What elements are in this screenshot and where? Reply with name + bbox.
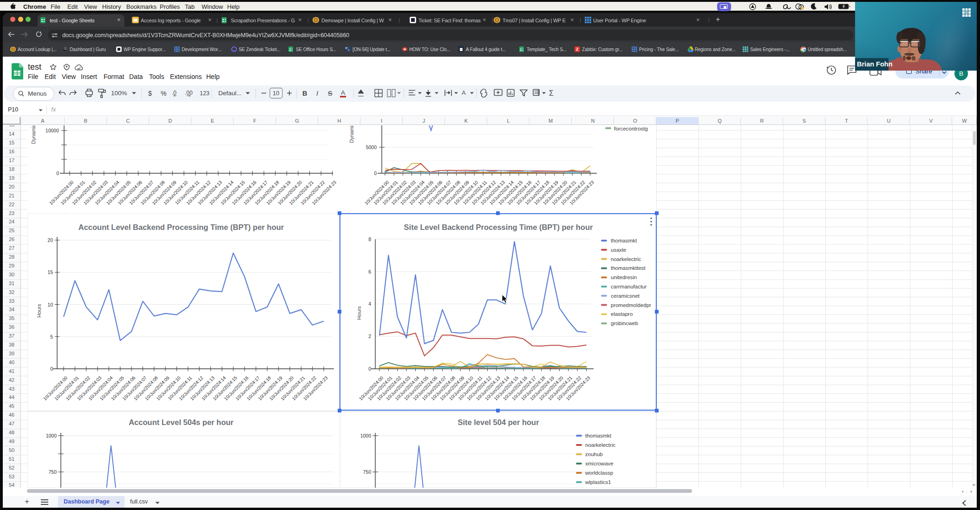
svg-text:10000: 10000 bbox=[46, 128, 59, 133]
svg-text:20: 20 bbox=[47, 237, 53, 243]
svg-text:Site level 504 per hour: Site level 504 per hour bbox=[457, 418, 539, 426]
svg-text:Dynamic: Dynamic bbox=[31, 125, 36, 144]
svg-text:Hours: Hours bbox=[36, 304, 42, 318]
svg-text:S: S bbox=[328, 90, 332, 97]
svg-text:10: 10 bbox=[273, 90, 279, 97]
svg-text:1000: 1000 bbox=[46, 433, 57, 438]
svg-text:I: I bbox=[316, 90, 318, 97]
svg-text:thomasmkt: thomasmkt bbox=[585, 433, 612, 438]
svg-text:0: 0 bbox=[50, 366, 53, 372]
svg-text:wlplastics1: wlplastics1 bbox=[585, 479, 611, 485]
svg-text:zouhub: zouhub bbox=[585, 451, 603, 457]
svg-text:$: $ bbox=[148, 90, 152, 97]
svg-text:A: A bbox=[341, 89, 345, 96]
svg-text:worldclassp: worldclassp bbox=[585, 470, 613, 476]
svg-text:A: A bbox=[462, 89, 466, 96]
svg-text:10: 10 bbox=[47, 302, 53, 307]
svg-text:5: 5 bbox=[50, 334, 53, 340]
svg-text:750: 750 bbox=[48, 469, 57, 475]
svg-text:xmicrowave: xmicrowave bbox=[585, 461, 614, 466]
svg-text:0: 0 bbox=[56, 170, 59, 176]
svg-text:%: % bbox=[161, 90, 166, 97]
svg-text:123: 123 bbox=[200, 90, 209, 97]
svg-text:Σ: Σ bbox=[549, 89, 554, 97]
svg-text:100%: 100% bbox=[111, 90, 127, 97]
svg-text:Account Level Backend Processi: Account Level Backend Processing Time (B… bbox=[78, 223, 284, 231]
svg-text:.00: .00 bbox=[185, 90, 193, 96]
svg-text:0: 0 bbox=[374, 170, 377, 176]
svg-text:Account Level 504s per hour: Account Level 504s per hour bbox=[129, 418, 234, 426]
svg-text:Dynamic: Dynamic bbox=[349, 125, 354, 143]
svg-text:5000: 5000 bbox=[366, 144, 377, 150]
svg-text:1000: 1000 bbox=[360, 433, 372, 438]
svg-text:forcecontrostg: forcecontrostg bbox=[614, 126, 648, 131]
svg-text:noarkelectric: noarkelectric bbox=[585, 442, 615, 448]
svg-text:15: 15 bbox=[47, 269, 53, 275]
svg-text:B: B bbox=[302, 90, 307, 97]
svg-text:750: 750 bbox=[363, 469, 371, 475]
svg-text:Defaul...: Defaul... bbox=[218, 90, 242, 97]
